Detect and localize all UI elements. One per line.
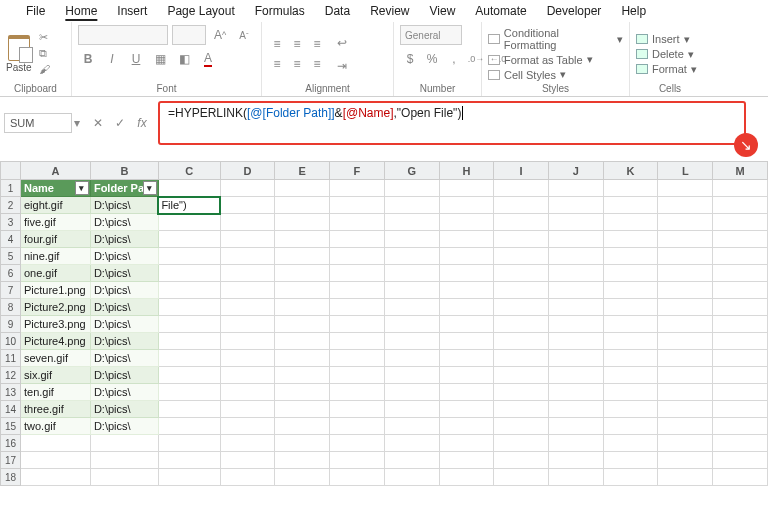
- cell[interactable]: [549, 435, 604, 452]
- menu-review[interactable]: Review: [360, 1, 419, 21]
- row-header[interactable]: 1: [1, 180, 21, 197]
- cell-name[interactable]: Picture4.png: [20, 333, 90, 350]
- row-header[interactable]: 7: [1, 282, 21, 299]
- cell[interactable]: [549, 418, 604, 435]
- cell[interactable]: [549, 282, 604, 299]
- cell[interactable]: [713, 367, 768, 384]
- cell-path[interactable]: D:\pics\: [90, 316, 158, 333]
- cell[interactable]: [384, 265, 439, 282]
- cell[interactable]: [384, 350, 439, 367]
- row-header[interactable]: 17: [1, 452, 21, 469]
- alignment-buttons[interactable]: ≡≡≡ ≡≡≡: [268, 35, 326, 73]
- cell-styles-button[interactable]: Cell Styles▾: [488, 68, 623, 81]
- cell-path[interactable]: D:\pics\: [90, 214, 158, 231]
- cell[interactable]: [549, 214, 604, 231]
- cell[interactable]: [220, 435, 275, 452]
- cell[interactable]: [549, 350, 604, 367]
- cell-name[interactable]: seven.gif: [20, 350, 90, 367]
- cell[interactable]: [439, 180, 494, 197]
- cell[interactable]: [220, 333, 275, 350]
- spreadsheet-grid[interactable]: ABCDEFGHIJKLM1Name▾Folder Path▾2eight.gi…: [0, 161, 768, 486]
- cell[interactable]: [275, 180, 330, 197]
- cell[interactable]: [158, 282, 220, 299]
- number-format-select[interactable]: General: [400, 25, 462, 45]
- cell[interactable]: [275, 265, 330, 282]
- col-header-K[interactable]: K: [603, 162, 658, 180]
- cell[interactable]: [384, 231, 439, 248]
- cell-path[interactable]: D:\pics\: [90, 401, 158, 418]
- font-color-icon[interactable]: A: [198, 49, 218, 69]
- row-header[interactable]: 9: [1, 316, 21, 333]
- col-header-M[interactable]: M: [713, 162, 768, 180]
- cell[interactable]: [330, 248, 385, 265]
- cell[interactable]: [658, 180, 713, 197]
- cell[interactable]: [220, 367, 275, 384]
- cell[interactable]: [384, 435, 439, 452]
- cell[interactable]: [713, 333, 768, 350]
- cell[interactable]: [384, 282, 439, 299]
- cell[interactable]: [549, 197, 604, 214]
- cell[interactable]: [20, 469, 90, 486]
- cell[interactable]: [603, 197, 658, 214]
- cell[interactable]: [439, 367, 494, 384]
- underline-button[interactable]: U: [126, 49, 146, 69]
- cell[interactable]: [439, 469, 494, 486]
- cell[interactable]: [220, 265, 275, 282]
- namebox-dropdown-icon[interactable]: ▾: [72, 116, 82, 130]
- col-header-J[interactable]: J: [549, 162, 604, 180]
- cell[interactable]: [384, 452, 439, 469]
- cell[interactable]: [158, 435, 220, 452]
- row-header[interactable]: 4: [1, 231, 21, 248]
- cell[interactable]: [658, 316, 713, 333]
- cell[interactable]: [549, 384, 604, 401]
- cell[interactable]: [275, 316, 330, 333]
- comma-icon[interactable]: ,: [444, 49, 464, 69]
- cell[interactable]: [494, 384, 549, 401]
- cell[interactable]: [90, 435, 158, 452]
- cell[interactable]: [220, 299, 275, 316]
- percent-icon[interactable]: %: [422, 49, 442, 69]
- cell[interactable]: [658, 265, 713, 282]
- row-header[interactable]: 6: [1, 265, 21, 282]
- cell[interactable]: [220, 282, 275, 299]
- cell[interactable]: [330, 299, 385, 316]
- cell[interactable]: [158, 265, 220, 282]
- row-header[interactable]: 8: [1, 299, 21, 316]
- cell[interactable]: [713, 214, 768, 231]
- cell[interactable]: [330, 231, 385, 248]
- menu-file[interactable]: File: [16, 1, 55, 21]
- menu-page-layout[interactable]: Page Layout: [157, 1, 244, 21]
- cell[interactable]: [384, 469, 439, 486]
- enter-icon[interactable]: ✓: [112, 116, 128, 130]
- cell[interactable]: [20, 435, 90, 452]
- increase-font-icon[interactable]: A^: [210, 25, 230, 45]
- cell[interactable]: [494, 401, 549, 418]
- cell-name[interactable]: Picture3.png: [20, 316, 90, 333]
- col-header-A[interactable]: A: [20, 162, 90, 180]
- cell[interactable]: [549, 367, 604, 384]
- col-header-G[interactable]: G: [384, 162, 439, 180]
- cell[interactable]: [158, 231, 220, 248]
- cell[interactable]: [330, 350, 385, 367]
- cell[interactable]: [220, 469, 275, 486]
- cell[interactable]: [384, 418, 439, 435]
- cell-name[interactable]: Picture1.png: [20, 282, 90, 299]
- cell[interactable]: [439, 299, 494, 316]
- cell[interactable]: [549, 265, 604, 282]
- cell[interactable]: [158, 180, 220, 197]
- cell[interactable]: [275, 401, 330, 418]
- cell[interactable]: [384, 214, 439, 231]
- font-name-select[interactable]: [78, 25, 168, 45]
- active-cell[interactable]: File"): [158, 197, 220, 214]
- cell[interactable]: [220, 384, 275, 401]
- italic-button[interactable]: I: [102, 49, 122, 69]
- row-header[interactable]: 15: [1, 418, 21, 435]
- cell[interactable]: [549, 248, 604, 265]
- menu-view[interactable]: View: [420, 1, 466, 21]
- cell[interactable]: [658, 299, 713, 316]
- cell[interactable]: [658, 350, 713, 367]
- cell[interactable]: [713, 418, 768, 435]
- cell[interactable]: [158, 367, 220, 384]
- bold-button[interactable]: B: [78, 49, 98, 69]
- paste-button[interactable]: Paste: [6, 35, 32, 73]
